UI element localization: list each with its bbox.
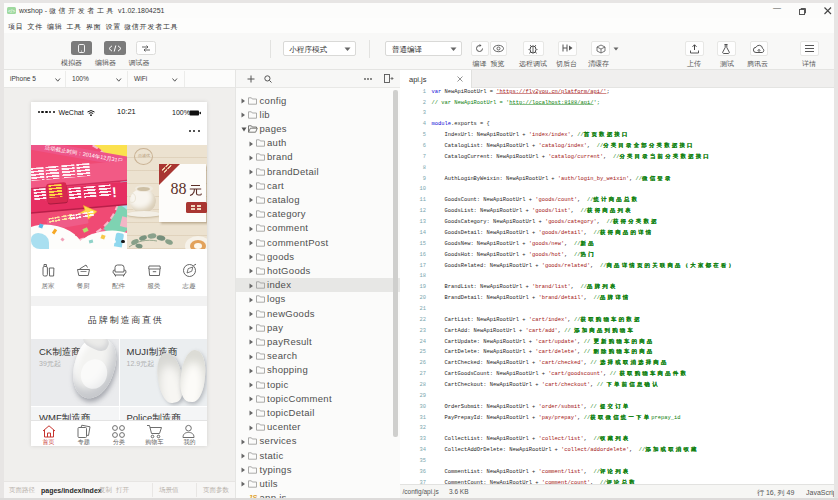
- svg-text:</>: </>: [8, 8, 15, 14]
